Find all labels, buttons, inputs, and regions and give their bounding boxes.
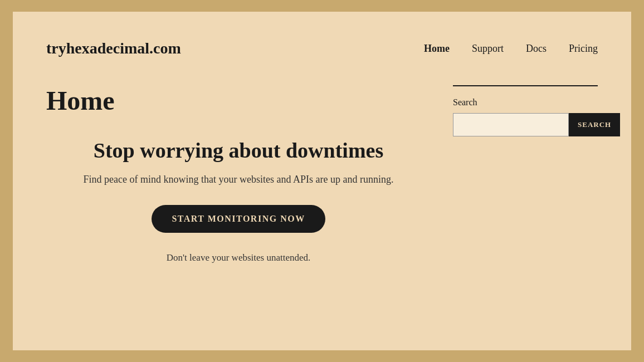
header: tryhexadecimal.com Home Support Docs Pri…: [46, 12, 598, 80]
cta-button[interactable]: START MONITORING NOW: [152, 205, 325, 233]
search-input[interactable]: [453, 113, 569, 136]
nav-item-docs[interactable]: Docs: [526, 43, 547, 55]
sidebar-divider: [453, 85, 598, 86]
hero-tagline: Don't leave your websites unattended.: [57, 252, 419, 263]
site-title: tryhexadecimal.com: [46, 40, 181, 57]
nav: Home Support Docs Pricing: [424, 43, 598, 55]
left-column: Home Stop worrying about downtimes Find …: [46, 85, 431, 263]
nav-item-home[interactable]: Home: [424, 43, 450, 55]
right-sidebar: Search SEARCH: [453, 85, 598, 263]
search-row: SEARCH: [453, 113, 598, 136]
nav-item-pricing[interactable]: Pricing: [569, 43, 598, 55]
page-heading: Home: [46, 85, 431, 116]
main-content: Home Stop worrying about downtimes Find …: [46, 85, 598, 263]
hero-subtitle: Find peace of mind knowing that your web…: [57, 174, 419, 185]
nav-item-support[interactable]: Support: [472, 43, 504, 55]
search-button[interactable]: SEARCH: [569, 113, 620, 136]
hero-title: Stop worrying about downtimes: [57, 138, 419, 163]
page-wrapper: tryhexadecimal.com Home Support Docs Pri…: [13, 12, 631, 350]
search-label: Search: [453, 97, 598, 107]
hero-section: Stop worrying about downtimes Find peace…: [46, 138, 431, 263]
